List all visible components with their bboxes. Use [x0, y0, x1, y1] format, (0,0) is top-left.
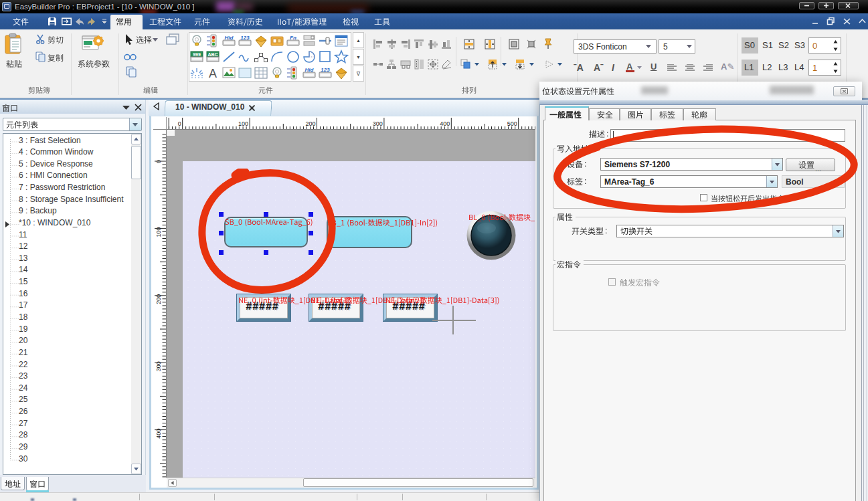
svg-text:400: 400	[440, 120, 450, 127]
svg-text:300: 300	[373, 120, 383, 127]
svg-text:A: A	[209, 67, 217, 80]
svg-text:0: 0	[178, 120, 181, 127]
svg-text:200: 200	[305, 120, 315, 127]
svg-text:400: 400	[155, 429, 162, 439]
svg-text:100: 100	[238, 120, 248, 127]
svg-text:999: 999	[193, 52, 201, 57]
svg-text:200: 200	[155, 294, 162, 304]
svg-text:500: 500	[507, 120, 517, 127]
svg-text:0: 0	[155, 160, 162, 163]
svg-text:ABC: ABC	[207, 52, 218, 57]
svg-text:300: 300	[155, 361, 162, 371]
svg-text:100: 100	[155, 227, 162, 237]
